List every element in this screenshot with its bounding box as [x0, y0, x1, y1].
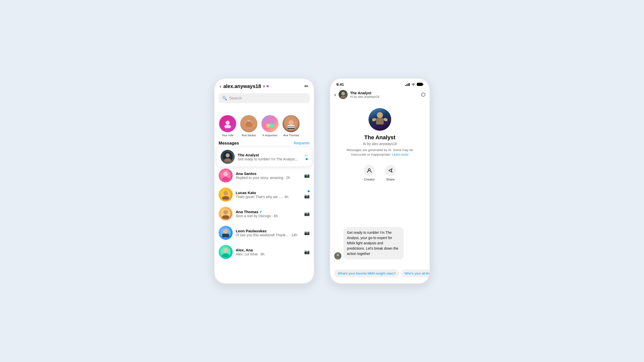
svg-rect-36	[417, 83, 422, 86]
ai-profile-creator: AI by alex.anyways18	[363, 142, 397, 146]
chat-bubble-text: Get ready to rumble! I'm The Analyst, yo…	[343, 227, 404, 259]
wifi-icon	[411, 83, 415, 86]
story-avatar-your-note	[219, 115, 236, 132]
bottom-spacer	[330, 279, 429, 283]
svg-point-1	[224, 125, 231, 128]
ai-profile-name: The Analyst	[364, 134, 395, 141]
msg-avatar-alex-ana	[219, 245, 233, 259]
camera-icon-ana-santos: 📷	[304, 173, 310, 178]
svg-rect-12	[288, 125, 295, 126]
stories-row: Note... Your note Is this thing on? Ana …	[215, 106, 314, 141]
svg-point-9	[270, 124, 274, 128]
msg-preview-ana-santos: Replied to your story: amazing · 2h	[236, 176, 301, 180]
unread-dot-analyst	[306, 158, 308, 160]
message-item-lucas-kato[interactable]: Lucas Kato Thats great! That's why we ..…	[215, 185, 314, 204]
story-item-ana-thomas[interactable]: Currently losing brain cells trying to. …	[282, 106, 300, 137]
msg-name-lucas: Lucas Kato	[236, 191, 301, 195]
svg-point-40	[377, 112, 383, 118]
right-header-avatar	[339, 90, 348, 99]
creator-icon	[364, 165, 375, 176]
msg-time-analyst: 1s	[304, 154, 308, 157]
chat-bubble-avatar	[334, 252, 341, 259]
learn-more-link[interactable]: Learn more	[392, 153, 409, 156]
msg-name-analyst: The Analyst	[238, 153, 301, 157]
svg-point-38	[341, 92, 345, 95]
svg-point-7	[270, 120, 274, 124]
msg-name-leon: Leon Paulauskas	[236, 229, 301, 233]
share-action-button[interactable]: Share	[385, 165, 396, 181]
settings-icon[interactable]: ⬡	[421, 92, 425, 98]
search-bar[interactable]: 🔍 Search	[219, 93, 310, 103]
svg-point-10	[289, 120, 294, 125]
story-avatar-four-responses	[261, 115, 278, 132]
share-icon	[385, 165, 396, 176]
svg-rect-32	[405, 85, 406, 86]
story-item-your-note[interactable]: Note... Your note	[219, 106, 237, 137]
quick-reply-1[interactable]: Who's your all-time favorite fighter?	[401, 269, 429, 277]
msg-preview-analyst: Get ready to rumble! I'm The Analyst...	[238, 157, 301, 161]
dropdown-arrow-icon[interactable]: ∨	[263, 84, 265, 88]
msg-avatar-analyst	[221, 150, 235, 164]
quick-reply-0[interactable]: What's your favorite MMA weight class?	[334, 269, 399, 277]
svg-point-18	[223, 172, 228, 176]
story-avatar-ana-thomas	[283, 115, 300, 132]
msg-preview-lucas: Thats great! That's why we ... · 4h	[236, 195, 301, 199]
msg-info-alex-ana: Alex, Ana Alex: Lol what · 8h	[236, 248, 301, 256]
msg-info-ana-thomas: Ana Thomas ✔ Sent a reel by Discogs · 6h	[236, 210, 301, 218]
ai-profile-avatar	[369, 108, 391, 131]
back-button[interactable]: ‹	[220, 83, 221, 89]
msg-name-ana-santos: Ana Santos	[236, 171, 301, 176]
svg-point-6	[266, 120, 270, 124]
message-item-ana-thomas[interactable]: Ana Thomas ✔ Sent a reel by Discogs · 6h…	[215, 204, 314, 223]
msg-info-ana-santos: Ana Santos Replied to your story: amazin…	[236, 171, 301, 180]
status-bar: 9:41	[330, 79, 429, 88]
chat-area: Get ready to rumble! I'm The Analyst, yo…	[330, 224, 429, 267]
svg-point-27	[223, 229, 228, 234]
svg-rect-33	[407, 84, 407, 86]
svg-point-44	[368, 169, 370, 171]
svg-point-24	[223, 210, 228, 214]
msg-meta-analyst: 1s	[304, 154, 308, 160]
msg-preview-alex-ana: Alex: Lol what · 8h	[236, 252, 301, 256]
right-phone: 9:41 ‹	[330, 78, 430, 284]
message-item-ana-santos[interactable]: Ana Santos Replied to your story: amazin…	[215, 166, 314, 185]
message-item-leon[interactable]: Leon Paulauskas I'll see you this weeken…	[215, 223, 314, 242]
edit-icon[interactable]: ✏	[304, 83, 309, 89]
story-label-ana-santos: Ana Santos	[242, 134, 256, 137]
msg-info-analyst: The Analyst Get ready to rumble! I'm The…	[238, 153, 301, 161]
battery-icon	[417, 83, 423, 86]
svg-point-8	[266, 124, 270, 128]
camera-icon-leon: 📷	[304, 230, 310, 236]
svg-point-39	[340, 96, 346, 98]
ai-disclaimer: Messages are generated by AI. Some may b…	[345, 148, 415, 157]
camera-icon-alex-ana: 📷	[304, 249, 310, 255]
status-icons	[405, 83, 423, 86]
story-avatar-ana-santos	[240, 115, 257, 132]
camera-icon-ana-thomas: 📷	[304, 211, 310, 216]
right-phone-inner: 9:41 ‹	[330, 79, 429, 283]
messages-title: Messages	[219, 141, 239, 146]
left-phone: ‹ alex.anyways18 ∨ ✏ 🔍 Search Note... Yo…	[214, 78, 314, 284]
online-indicator	[267, 85, 269, 87]
creator-action-button[interactable]: Creator	[364, 165, 375, 181]
ai-profile-section: The Analyst AI by alex.anyways18 Message…	[330, 103, 429, 161]
message-item-analyst[interactable]: The Analyst Get ready to rumble! I'm The…	[217, 147, 312, 166]
msg-meta-alex-ana: 📷	[304, 249, 310, 255]
creator-action-label: Creator	[364, 177, 375, 181]
header-title: alex.anyways18 ∨	[223, 83, 302, 89]
msg-avatar-ana-thomas	[219, 207, 233, 221]
msg-meta-leon: 📷	[304, 230, 310, 236]
story-item-four-responses[interactable]: What are you bringing now? 4 responses	[261, 106, 279, 137]
svg-point-30	[223, 248, 228, 253]
msg-preview-leon: I'll see you this weekend! Thank... · 14…	[236, 233, 301, 237]
requests-link[interactable]: Requests	[294, 141, 310, 146]
chat-spacer	[330, 186, 429, 224]
msg-preview-ana-thomas: Sent a reel by Discogs · 6h	[236, 214, 301, 218]
message-item-alex-ana[interactable]: Alex, Ana Alex: Lol what · 8h 📷	[215, 242, 314, 261]
svg-rect-35	[409, 83, 410, 86]
svg-rect-37	[423, 84, 423, 85]
story-item-ana-santos[interactable]: Is this thing on? Ana Santos	[240, 106, 258, 137]
msg-avatar-leon	[219, 226, 233, 240]
search-placeholder[interactable]: Search	[229, 96, 242, 101]
back-button-right[interactable]: ‹	[334, 92, 336, 98]
